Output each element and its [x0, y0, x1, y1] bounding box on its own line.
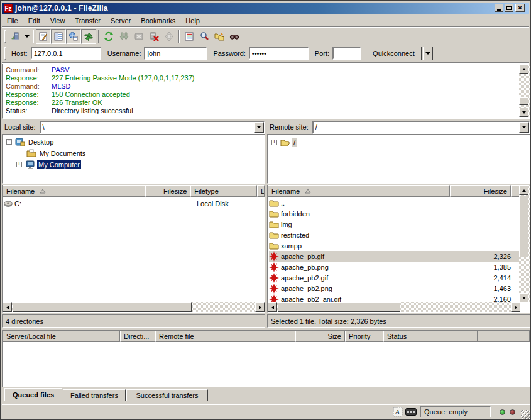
remote-file-row[interactable]: apache_pb2.png 1,463 — [269, 283, 519, 294]
remote-file-row[interactable]: apache_pb.png 1,385 — [269, 262, 519, 272]
toggle-remote-tree-button[interactable] — [66, 29, 81, 44]
speed-limit-icon[interactable] — [405, 408, 417, 416]
toggle-local-tree-button[interactable] — [51, 29, 66, 44]
remote-file-row[interactable]: forbidden — [269, 208, 519, 219]
queue-col-direction[interactable]: Directi... — [120, 331, 155, 342]
remote-vscrollbar[interactable] — [519, 185, 530, 302]
tree-item-desktop[interactable]: Desktop — [27, 138, 55, 146]
menu-file[interactable]: File — [2, 15, 23, 26]
local-col-filename[interactable]: Filename — [3, 185, 145, 197]
local-col-filesize[interactable]: Filesize — [145, 185, 190, 197]
process-queue-button[interactable] — [116, 29, 131, 44]
queue-col-size[interactable]: Size — [295, 331, 345, 342]
menu-view[interactable]: View — [45, 15, 70, 26]
remote-col-filesize[interactable]: Filesize — [450, 185, 511, 197]
local-site-row: Local site: \ — [2, 120, 265, 134]
host-input[interactable] — [31, 47, 101, 60]
local-file-list[interactable]: Filename Filesize Filetype L C: Local Di… — [2, 185, 265, 313]
local-tree-icon — [53, 31, 63, 41]
local-tree[interactable]: − Desktop My Documents + — [2, 134, 265, 184]
menu-server[interactable]: Server — [106, 15, 136, 26]
log-label: Status: — [6, 107, 52, 114]
tree-item-my-documents[interactable]: My Documents — [38, 149, 87, 158]
site-manager-button[interactable] — [8, 29, 23, 44]
desktop-icon — [15, 137, 25, 147]
local-disk-icon — [4, 199, 13, 208]
menu-help[interactable]: Help — [180, 15, 205, 26]
combo-dropdown-icon[interactable] — [254, 122, 264, 133]
transfer-queue[interactable]: Server/Local file Directi... Remote file… — [2, 330, 530, 387]
queue-col-priority[interactable]: Priority — [345, 331, 383, 342]
expand-icon[interactable]: + — [271, 140, 277, 145]
minimize-button[interactable] — [495, 4, 503, 12]
tree-item-root[interactable]: / — [292, 138, 297, 147]
log-text: 226 Transfer OK — [52, 99, 102, 106]
username-input[interactable] — [144, 47, 207, 60]
log-text: 227 Entering Passive Mode (127,0,0,1,17,… — [52, 74, 194, 82]
local-site-combo[interactable]: \ — [40, 121, 265, 134]
local-col-filetype[interactable]: Filetype — [190, 185, 257, 197]
find-files-button[interactable] — [227, 29, 242, 44]
toolbar-grip[interactable] — [4, 30, 6, 43]
compare-directories-button[interactable] — [197, 29, 212, 44]
resize-grip[interactable] — [521, 410, 530, 419]
remote-site-combo[interactable]: / — [312, 121, 530, 134]
synchronized-browsing-button[interactable] — [212, 29, 227, 44]
remote-col-filename[interactable]: Filename — [268, 185, 450, 197]
collapse-icon[interactable]: − — [6, 139, 12, 145]
quickconnect-grip[interactable] — [4, 47, 6, 60]
expand-icon[interactable]: + — [16, 162, 22, 167]
close-button[interactable]: × — [515, 4, 525, 12]
remote-file-row-selected[interactable]: apache_pb.gif 2,326 — [269, 251, 519, 262]
title-bar[interactable]: Fz john@127.0.0.1 - FileZilla — [2, 3, 529, 14]
disconnect-button[interactable] — [146, 29, 161, 44]
cancel-button[interactable] — [131, 29, 146, 44]
maximize-button[interactable] — [505, 4, 513, 12]
transfer-type-icon[interactable]: A — [393, 407, 403, 417]
menu-bookmarks[interactable]: Bookmarks — [136, 15, 180, 26]
tree-item-my-computer[interactable]: My Computer — [37, 160, 81, 169]
remote-file-row[interactable]: apache_pb2.gif 2,414 — [269, 272, 519, 283]
queue-tabs: Queued files Failed transfers Successful… — [2, 388, 530, 402]
log-scrollbar[interactable] — [519, 64, 530, 117]
quickconnect-dropdown[interactable] — [423, 47, 433, 60]
remote-file-row[interactable]: img — [269, 219, 519, 229]
message-log[interactable]: Command:PASV Response:227 Entering Passi… — [2, 64, 530, 119]
queue-col-server-local-file[interactable]: Server/Local file — [3, 331, 120, 342]
tab-failed-transfers[interactable]: Failed transfers — [63, 389, 126, 401]
local-status-bar: 4 directories — [2, 314, 265, 328]
remote-tree[interactable]: + / — [267, 134, 530, 184]
combo-dropdown-icon[interactable] — [519, 122, 529, 133]
disconnect-icon — [149, 31, 159, 41]
remote-file-row[interactable]: .. — [269, 197, 519, 208]
log-text: PASV — [52, 66, 70, 74]
remote-file-row[interactable]: xampp — [269, 240, 519, 251]
remote-tree-icon — [68, 31, 79, 41]
queue-col-status[interactable]: Status — [383, 331, 478, 342]
tab-successful-transfers[interactable]: Successful transfers — [126, 389, 208, 401]
refresh-button[interactable] — [101, 29, 116, 44]
tab-queued-files[interactable]: Queued files — [4, 388, 62, 401]
message-log-icon — [38, 31, 48, 41]
port-input[interactable] — [332, 47, 361, 60]
toggle-queue-button[interactable] — [81, 29, 96, 44]
remote-hscrollbar[interactable] — [268, 302, 520, 312]
local-site-label: Local site: — [4, 123, 36, 131]
reconnect-button[interactable] — [161, 29, 177, 44]
queue-col-remote-file[interactable]: Remote file — [155, 331, 295, 342]
log-label: Response: — [6, 74, 52, 82]
local-col-clipped[interactable]: L — [257, 185, 265, 197]
image-file-icon — [269, 284, 279, 294]
menu-transfer[interactable]: Transfer — [70, 15, 106, 26]
password-input[interactable] — [249, 47, 309, 60]
quickconnect-button[interactable]: Quickconnect — [366, 47, 422, 60]
remote-file-row[interactable]: restricted — [269, 229, 519, 240]
menu-edit[interactable]: Edit — [23, 15, 45, 26]
filter-button[interactable] — [182, 29, 197, 44]
local-file-row[interactable]: C: Local Disk — [4, 198, 266, 209]
window-title: john@127.0.0.1 - FileZilla — [15, 4, 108, 13]
local-hscrollbar[interactable] — [3, 302, 265, 312]
remote-file-list[interactable]: Filename Filesize .. forbidden img — [267, 185, 530, 313]
site-manager-dropdown[interactable] — [23, 30, 31, 43]
toggle-message-log-button[interactable] — [36, 29, 51, 44]
